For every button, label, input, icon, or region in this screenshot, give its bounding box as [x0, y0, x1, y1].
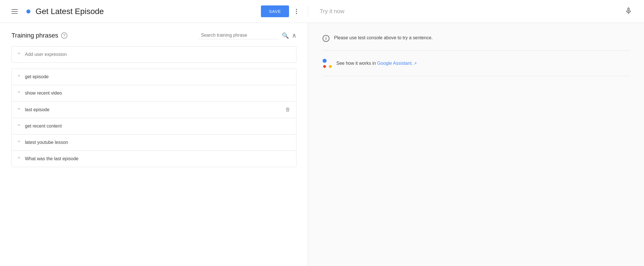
search-icon[interactable]: 🔍: [282, 32, 289, 39]
quote-icon: “: [17, 90, 20, 96]
add-expression-input[interactable]: [25, 52, 290, 57]
dot-blue: [323, 59, 327, 63]
phrase-text: last episode: [25, 107, 285, 112]
main-content: Training phrases ? 🔍 ∧ “ “get episode🗑“s…: [0, 23, 644, 266]
phrase-text: latest youtube lesson: [25, 140, 290, 145]
quote-icon: “: [17, 156, 20, 162]
add-expression-row[interactable]: “: [11, 46, 296, 63]
header: Get Latest Episode SAVE Try it now: [0, 0, 644, 23]
collapse-icon[interactable]: ∧: [292, 32, 296, 39]
assistant-text: See how it works in Google Assistant.↗: [336, 61, 417, 66]
google-assistant-link[interactable]: Google Assistant.: [377, 61, 413, 66]
left-panel: Training phrases ? 🔍 ∧ “ “get episode🗑“s…: [0, 23, 308, 266]
info-block: i Please use test console above to try a…: [323, 34, 630, 42]
dot-yellow: [329, 65, 332, 68]
intent-title: Get Latest Episode: [36, 7, 261, 16]
assistant-prefix: See how it works in: [336, 61, 377, 66]
info-icon: i: [323, 35, 329, 42]
microphone-icon[interactable]: [625, 7, 633, 16]
google-dots-icon: [323, 59, 332, 68]
quote-icon: “: [17, 140, 20, 145]
header-left: Get Latest Episode SAVE: [0, 5, 308, 17]
phrase-item[interactable]: “latest youtube lesson🗑: [12, 134, 296, 151]
phrase-text: show recent video: [25, 91, 290, 96]
phrase-item[interactable]: “last episode🗑: [12, 101, 296, 118]
section-header: Training phrases ? 🔍 ∧: [11, 32, 296, 39]
phrase-text: get recent content: [25, 124, 290, 129]
external-link-icon: ↗: [413, 61, 417, 66]
app-container: Get Latest Episode SAVE Try it now Train…: [0, 0, 644, 266]
phrase-text: get episode: [25, 74, 290, 79]
quote-icon: “: [17, 52, 20, 57]
quote-icon: “: [17, 107, 20, 113]
right-panel: i Please use test console above to try a…: [308, 23, 644, 266]
phrase-text: What was the last episode: [25, 156, 290, 161]
search-input[interactable]: [199, 32, 279, 39]
quote-icon: “: [17, 74, 20, 80]
status-dot: [26, 9, 30, 13]
try-it-now-label[interactable]: Try it now: [320, 8, 344, 15]
phrase-list: “get episode🗑“show recent video🗑“last ep…: [11, 69, 296, 167]
dot-red: [323, 65, 326, 68]
info-text: Please use test console above to try a s…: [334, 34, 433, 41]
hamburger-menu-icon[interactable]: [9, 6, 21, 17]
delete-phrase-icon[interactable]: 🗑: [285, 107, 290, 113]
phrase-item[interactable]: “What was the last episode🗑: [12, 151, 296, 167]
header-right: Try it now: [308, 7, 644, 16]
quote-icon: “: [17, 123, 20, 129]
section-title: Training phrases: [11, 32, 58, 39]
divider-1: [323, 50, 630, 51]
help-icon[interactable]: ?: [61, 32, 67, 39]
more-options-icon[interactable]: [294, 7, 299, 16]
divider-2: [323, 76, 630, 76]
save-button[interactable]: SAVE: [261, 5, 289, 17]
google-assistant-block: See how it works in Google Assistant.↗: [323, 59, 630, 68]
phrase-item[interactable]: “get episode🗑: [12, 69, 296, 85]
phrase-item[interactable]: “get recent content🗑: [12, 118, 296, 134]
phrase-item[interactable]: “show recent video🗑: [12, 85, 296, 101]
search-area: 🔍 ∧: [199, 32, 296, 39]
